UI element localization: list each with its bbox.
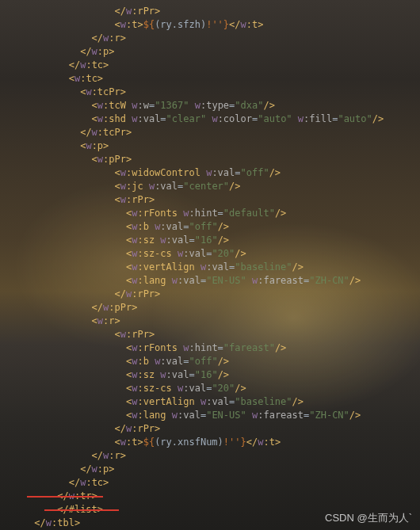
- watermark-text: CSDN @生而为人`: [325, 511, 412, 525]
- code-content: </w:rPr> <w:t>${(ry.sfzh)!''}</w:t> </w:…: [0, 5, 420, 530]
- code-editor[interactable]: </w:rPr> <w:t>${(ry.sfzh)!''}</w:t> </w:…: [0, 0, 420, 530]
- highlight-underline-2: [44, 509, 119, 511]
- highlight-underline-1: [27, 496, 103, 498]
